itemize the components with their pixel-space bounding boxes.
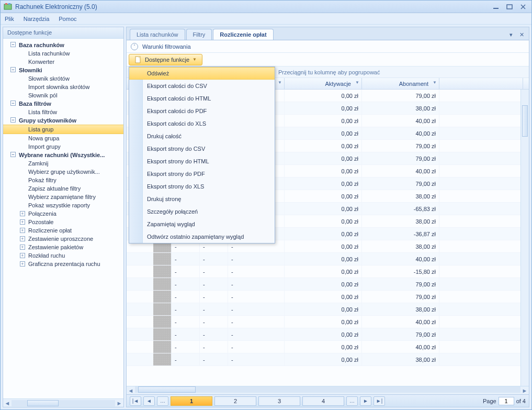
tree-item[interactable]: Słownik pól xyxy=(3,91,123,99)
table-row[interactable]: 605---0,00 zł79,00 zł xyxy=(127,291,529,303)
dropdown-item[interactable]: Odśwież xyxy=(129,67,275,80)
table-row[interactable]: 603---0,00 zł-15,80 zł xyxy=(127,265,529,278)
tab-rozliczenie-oplat[interactable]: Rozliczenie opłat xyxy=(213,29,273,40)
collapse-filter-icon[interactable]: ˅ xyxy=(131,43,138,50)
minus-icon[interactable]: − xyxy=(10,152,16,157)
dropdown-item[interactable]: Drukuj stronę xyxy=(129,193,275,205)
minus-icon[interactable]: − xyxy=(10,117,16,123)
tree-group[interactable]: −Grupy użytkowników xyxy=(3,116,123,125)
tree-subitem[interactable]: +Połączenia xyxy=(3,209,123,218)
functions-dropdown-button[interactable]: Dostępne funkcje ▼ xyxy=(129,54,202,65)
tree-item[interactable]: Import słownika skrótów xyxy=(3,83,123,91)
tree-item[interactable]: Import grupy xyxy=(3,142,123,151)
tree-group[interactable]: −Słowniki xyxy=(3,66,123,74)
pager-last[interactable]: ►| xyxy=(373,396,385,406)
table-row[interactable]: 605---0,00 zł38,00 zł xyxy=(127,303,529,316)
tree-subitem[interactable]: +Pozostałe xyxy=(3,218,123,226)
scroll-left-icon[interactable]: ◄ xyxy=(3,399,12,407)
minus-icon[interactable]: − xyxy=(10,67,16,72)
tree-subitem[interactable]: +Zestawienie pakietów xyxy=(3,243,123,251)
filter-icon[interactable]: ▼ xyxy=(278,80,282,85)
col-aktywacje[interactable]: Aktywacje▼ xyxy=(285,78,362,89)
scroll-right-icon[interactable]: ► xyxy=(520,386,529,395)
pager-page-2[interactable]: 2 xyxy=(214,396,256,406)
tab-lista-rachunkow[interactable]: Lista rachunków xyxy=(130,29,185,40)
pager-next[interactable]: ► xyxy=(360,396,371,406)
table-row[interactable]: 605---0,00 zł40,00 zł xyxy=(127,316,529,328)
table-row[interactable]: 605---0,00 zł79,00 zł xyxy=(127,328,529,341)
tree-item[interactable]: Zapisz aktualne filtry xyxy=(3,184,123,193)
menu-plik[interactable]: Plik xyxy=(5,16,14,22)
filter-icon[interactable]: ▼ xyxy=(355,80,359,85)
scroll-track[interactable] xyxy=(135,386,520,393)
tree-item[interactable]: Lista rachunków xyxy=(3,49,123,58)
dropdown-item[interactable]: Eksport całości do PDF xyxy=(129,105,275,117)
tree-group[interactable]: −Baza rachunków xyxy=(3,41,123,49)
close-button[interactable] xyxy=(518,3,528,10)
filter-icon[interactable]: ▼ xyxy=(433,80,437,85)
tree-group[interactable]: −Baza filtrów xyxy=(3,99,123,108)
menu-narzedzia[interactable]: Narzędzia xyxy=(24,16,50,22)
dropdown-item[interactable]: Eksport całości do HTML xyxy=(129,92,275,105)
dropdown-item[interactable]: Eksport całości do XLS xyxy=(129,117,275,130)
dropdown-item[interactable]: Drukuj całość xyxy=(129,130,275,142)
scroll-track[interactable] xyxy=(12,400,115,406)
dropdown-item[interactable]: Eksport strony do HTML xyxy=(129,155,275,168)
tree-subitem[interactable]: +Zestawienie uproszczone xyxy=(3,235,123,243)
tree-item[interactable]: Wybierz grupę użytkownik... xyxy=(3,168,123,176)
pager-first[interactable]: |◄ xyxy=(130,396,141,406)
grid-vscroll[interactable] xyxy=(520,90,529,386)
function-tree[interactable]: −Baza rachunkówLista rachunkówKonwerter−… xyxy=(3,39,123,398)
pager-page-4[interactable]: 4 xyxy=(302,396,344,406)
tree-item[interactable]: Konwerter xyxy=(3,58,123,66)
scroll-right-icon[interactable]: ► xyxy=(115,399,123,407)
tree-group[interactable]: −Wybrane rachunki (Wszystkie... xyxy=(3,151,123,159)
minus-icon[interactable]: − xyxy=(10,101,16,106)
table-row[interactable]: 603---0,00 zł40,00 zł xyxy=(127,253,529,265)
minus-icon[interactable]: − xyxy=(10,42,16,47)
tab-menu-icon[interactable]: ▾ xyxy=(507,30,515,39)
minimize-button[interactable] xyxy=(491,3,501,10)
dropdown-item[interactable]: Eksport całości do CSV xyxy=(129,80,275,92)
tree-item[interactable]: Nowa grupa xyxy=(3,134,123,142)
grid-hscroll[interactable]: ◄ ► xyxy=(127,386,529,394)
dropdown-item[interactable]: Eksport strony do CSV xyxy=(129,142,275,155)
tree-item[interactable]: Zamknij xyxy=(3,159,123,168)
pager-page-1[interactable]: 1 xyxy=(171,396,212,406)
plus-icon[interactable]: + xyxy=(20,211,25,216)
vscroll-thumb[interactable] xyxy=(522,105,528,137)
pager-ellipsis-right[interactable]: … xyxy=(346,396,358,406)
tree-item[interactable]: Pokaż filtry xyxy=(3,176,123,184)
tree-item[interactable]: Słownik skrótów xyxy=(3,74,123,83)
tab-filtry[interactable]: Filtry xyxy=(186,29,212,40)
maximize-button[interactable] xyxy=(504,3,515,10)
sidebar-hscroll[interactable]: ◄ ► xyxy=(3,398,123,407)
menu-pomoc[interactable]: Pomoc xyxy=(59,16,76,22)
plus-icon[interactable]: + xyxy=(20,219,25,225)
tree-item[interactable]: Lista grup xyxy=(3,125,123,134)
table-row[interactable]: 605---0,00 zł79,00 zł xyxy=(127,278,529,291)
pager-page-3[interactable]: 3 xyxy=(258,396,300,406)
scroll-left-icon[interactable]: ◄ xyxy=(127,386,135,395)
tab-close-icon[interactable]: ✕ xyxy=(517,30,526,39)
scroll-thumb[interactable] xyxy=(27,400,59,406)
table-row[interactable]: 605---0,00 zł40,00 zł xyxy=(127,341,529,353)
dropdown-item[interactable]: Szczegóły połączeń xyxy=(129,205,275,218)
tree-item[interactable]: Pokaż wszystkie raporty xyxy=(3,201,123,209)
plus-icon[interactable]: + xyxy=(20,245,25,250)
tree-item[interactable]: Wybierz zapamiętane filtry xyxy=(3,193,123,201)
plus-icon[interactable]: + xyxy=(20,253,25,258)
table-row[interactable]: 605---0,00 zł38,00 zł xyxy=(127,353,529,366)
dropdown-item[interactable]: Odtwórz ostatnio zapamiętany wygląd xyxy=(129,230,275,243)
tree-item[interactable]: Lista filtrów xyxy=(3,108,123,116)
scroll-thumb[interactable] xyxy=(138,386,196,393)
plus-icon[interactable]: + xyxy=(20,261,25,267)
col-abonament[interactable]: Abonament▼ xyxy=(362,78,439,89)
pager-page-input[interactable] xyxy=(499,397,514,405)
tree-subitem[interactable]: +Graficzna prezentacja ruchu xyxy=(3,260,123,268)
dropdown-item[interactable]: Eksport strony do PDF xyxy=(129,168,275,180)
dropdown-item[interactable]: Eksport strony do XLS xyxy=(129,180,275,193)
dropdown-item[interactable]: Zapamiętaj wygląd xyxy=(129,218,275,230)
plus-icon[interactable]: + xyxy=(20,228,25,233)
pager-prev[interactable]: ◄ xyxy=(143,396,155,406)
